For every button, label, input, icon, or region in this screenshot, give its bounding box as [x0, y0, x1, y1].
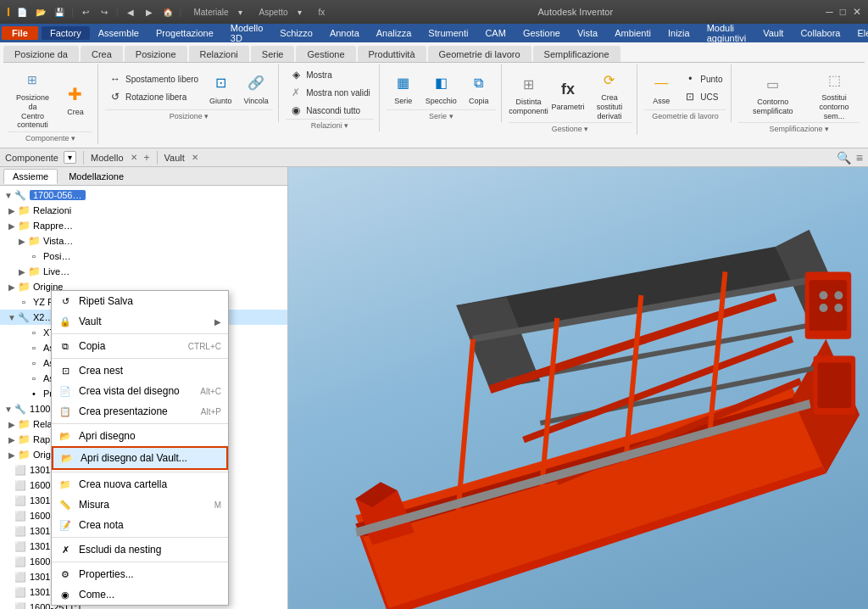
menu-addins[interactable]: Moduli aggiuntivi	[698, 21, 754, 45]
cm-apri-vault[interactable]: 📂 Apri disegno dal Vault...	[52, 446, 228, 470]
btn-point[interactable]: • Punto	[680, 70, 726, 87]
ribbon-tab-productivity[interactable]: Produttività	[358, 46, 426, 62]
ribbon-tab-geometry[interactable]: Geometrie di lavoro	[428, 46, 531, 62]
cm-misura[interactable]: 📏 Misura M	[52, 494, 228, 515]
cm-icon-apri: 📂	[58, 429, 72, 443]
btn-show[interactable]: ◈ Mostra	[286, 66, 374, 83]
btn-constrain[interactable]: 🔗 Vincola	[239, 70, 273, 107]
cm-come[interactable]: ◉ Come...	[52, 584, 228, 605]
tree-item-live[interactable]: ▶ 📁 Live…	[0, 264, 287, 279]
menu-analyze[interactable]: Analizza	[368, 26, 420, 40]
cm-crea-vista[interactable]: 📄 Crea vista del disegno Alt+C	[52, 381, 228, 401]
menu-3dmodel[interactable]: Modello 3D	[222, 21, 272, 45]
btn-hide-all[interactable]: ◉ Nascondi tutto	[286, 102, 374, 119]
btn-ucs[interactable]: ⊡ UCS	[680, 88, 726, 105]
toggle-rappre[interactable]: ▶	[7, 221, 17, 231]
ribbon-tab-series[interactable]: Serie	[251, 46, 295, 62]
back-icon[interactable]: ◀	[124, 5, 137, 19]
menu-manage[interactable]: Gestione	[515, 26, 569, 40]
menu-environments[interactable]: Ambienti	[606, 26, 659, 40]
btn-parameters[interactable]: fx Parametri	[550, 75, 585, 113]
toggle-origine2[interactable]: ▶	[7, 450, 17, 460]
cm-copia[interactable]: ⧉ Copia CTRL+C	[52, 336, 228, 356]
menu-icon[interactable]: ≡	[856, 151, 863, 165]
tree-item-rappre[interactable]: ▶ 📁 Rappre…	[0, 218, 287, 233]
cm-crea-nest[interactable]: ⊡ Crea nest	[52, 360, 228, 381]
cm-crea-presentazione[interactable]: 📋 Crea presentazione Alt+P	[52, 401, 228, 422]
minimize-btn[interactable]: ─	[826, 6, 833, 18]
search-icon[interactable]: 🔍	[837, 151, 851, 165]
tab-modeling[interactable]: Modellazione	[59, 169, 133, 184]
new-file-icon[interactable]: 📄	[15, 5, 29, 19]
close-btn[interactable]: ✕	[853, 6, 861, 18]
material-dropdown[interactable]: ▾	[234, 5, 248, 19]
cm-ripeti-salva[interactable]: ↺ Ripeti Salva	[52, 291, 228, 311]
save-icon[interactable]: 💾	[53, 5, 66, 19]
btn-joint[interactable]: ⊡ Giunto	[203, 70, 237, 107]
ribbon-tab-management[interactable]: Gestione	[296, 46, 355, 62]
ribbon-tab-posizione[interactable]: Posizione da	[3, 46, 79, 62]
menu-assemble[interactable]: Assemble	[90, 26, 147, 40]
cm-properties[interactable]: ⚙ Properties...	[52, 564, 228, 584]
tree-item-posi[interactable]: ▫ Posi…	[0, 249, 287, 264]
cm-vault[interactable]: 🔒 Vault ▶	[52, 311, 228, 332]
redo-icon[interactable]: ↪	[97, 5, 111, 19]
menu-annotate[interactable]: Annota	[321, 26, 368, 40]
btn-free-move[interactable]: ↔ Spostamento libero	[105, 70, 202, 87]
ribbon-tab-relations[interactable]: Relazioni	[189, 46, 249, 62]
aspect-dropdown[interactable]: ▾	[293, 5, 307, 19]
model-tab-x[interactable]: ✕	[131, 153, 137, 162]
btn-create[interactable]: ✚ Crea	[58, 81, 92, 118]
btn-show-invalid[interactable]: ✗ Mostra non validi	[286, 84, 374, 101]
add-tab[interactable]: +	[144, 152, 150, 164]
tree-item-1700[interactable]: ▼ 🔧 1700-056…	[0, 187, 287, 203]
ribbon-tab-simplification[interactable]: Semplificazione	[533, 46, 620, 62]
toggle-relazioni[interactable]: ▶	[7, 206, 17, 215]
tree-item-relazioni[interactable]: ▶ 📁 Relazioni	[0, 203, 287, 218]
toggle-1100[interactable]: ▼	[3, 405, 14, 414]
vault-tab-x[interactable]: ✕	[192, 153, 198, 162]
toggle-live[interactable]: ▶	[17, 267, 27, 277]
menu-electro[interactable]: Elettro	[849, 26, 869, 40]
forward-icon[interactable]: ▶	[142, 5, 156, 19]
menu-view[interactable]: Vista	[569, 26, 606, 40]
btn-series[interactable]: ▦ Serie	[387, 70, 420, 107]
menu-factory[interactable]: Factory	[42, 26, 90, 40]
tab-assembly[interactable]: Assieme	[3, 169, 58, 184]
open-icon[interactable]: 📂	[34, 5, 47, 19]
menu-tools[interactable]: Strumenti	[420, 26, 476, 40]
toggle-vista[interactable]: ▶	[17, 237, 27, 246]
btn-substitute-contour[interactable]: ⬚ Sostituicontorno sem...	[809, 66, 860, 122]
cm-crea-cartella[interactable]: 📁 Crea nuova cartella	[52, 474, 228, 494]
toggle-rela2[interactable]: ▶	[7, 420, 17, 429]
menu-collaborate[interactable]: Collabora	[792, 26, 849, 40]
ribbon-tab-position[interactable]: Posizione	[125, 46, 187, 62]
toggle-x2[interactable]: ▼	[7, 313, 17, 322]
menu-design[interactable]: Progettazione	[147, 26, 222, 40]
btn-create-substitutes[interactable]: ⟳ Crea sostitutiderivati	[587, 66, 632, 122]
btn-distinct-components[interactable]: ⊞ Distintacomponenti	[509, 70, 549, 118]
toggle-origine[interactable]: ▶	[7, 282, 17, 292]
btn-copy[interactable]: ⧉ Copia	[462, 70, 496, 107]
btn-free-rotate[interactable]: ↺ Rotazione libera	[105, 88, 202, 105]
restore-btn[interactable]: □	[840, 6, 846, 18]
home-icon[interactable]: 🏠	[161, 5, 175, 19]
ribbon-tab-create[interactable]: Crea	[81, 46, 123, 62]
menu-sketch[interactable]: Schizzo	[271, 26, 321, 40]
cm-apri-disegno[interactable]: 📂 Apri disegno	[52, 426, 228, 446]
btn-mirror[interactable]: ◧ Specchio	[422, 70, 460, 107]
tree-item-vista[interactable]: ▶ 📁 Vista…	[0, 233, 287, 249]
menu-start[interactable]: Inizia	[659, 26, 698, 40]
cm-escludi[interactable]: ✗ Escludi da nesting	[52, 539, 228, 560]
component-dropdown[interactable]: ▾	[64, 151, 76, 164]
menu-cam[interactable]: CAM	[476, 26, 514, 40]
toggle-rapp2[interactable]: ▶	[7, 435, 17, 444]
cm-crea-nota[interactable]: 📝 Crea nota	[52, 515, 228, 535]
toggle-1700[interactable]: ▼	[3, 191, 14, 200]
btn-position-content-center[interactable]: ⊞ Posizione daCentro contenuti	[8, 66, 57, 131]
menu-file[interactable]: File	[2, 26, 38, 40]
btn-simplified-contour[interactable]: ▭ Contorno semplificato	[738, 70, 807, 118]
undo-icon[interactable]: ↩	[79, 5, 92, 19]
menu-vault[interactable]: Vault	[754, 26, 792, 40]
btn-plane[interactable]: — Asse	[644, 70, 678, 107]
